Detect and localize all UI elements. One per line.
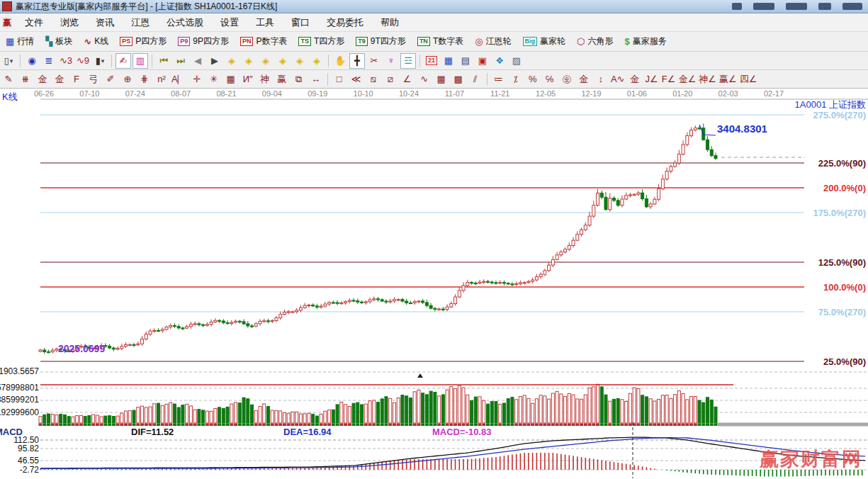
restore-diamond-icon[interactable]: ◈ (309, 53, 325, 69)
updown-pencil-icon[interactable]: ↕ (593, 72, 609, 87)
a-wave-icon[interactable]: A∿ (610, 72, 626, 87)
p9-square-button[interactable]: P99P四方形 (172, 35, 235, 47)
gold-line-icon[interactable]: 金 (576, 72, 592, 87)
wave-3-icon[interactable]: ∿3 (58, 53, 74, 69)
calculator-icon[interactable]: ▦ (441, 53, 456, 69)
ying-grid-icon[interactable]: 赢 (274, 72, 290, 87)
save-icon[interactable]: ▣ (475, 53, 490, 69)
diag-box-icon[interactable]: ⧄ (383, 72, 398, 87)
menu-item-工具[interactable]: 工具 (247, 14, 283, 31)
gold-comb-1-icon[interactable]: 金 (35, 72, 50, 87)
last-bar-icon[interactable]: ⏭ (173, 53, 188, 69)
titlebar-link-icon[interactable] (786, 3, 807, 10)
web-grid-icon[interactable]: ▦ (223, 72, 239, 87)
gann-wheel-button[interactable]: ◎江恩轮 (469, 35, 517, 47)
shen-angle-icon[interactable]: 神∠ (698, 72, 717, 87)
p-number-button[interactable]: PNP数字表 (235, 35, 293, 47)
quote-list-icon[interactable]: ≣ (41, 53, 57, 69)
winner-service-button[interactable]: $赢家服务 (619, 35, 672, 47)
calendar-icon[interactable]: 21 (424, 53, 439, 69)
candle-style-dropdown-icon[interactable]: ▮ (92, 53, 108, 69)
width-arrow-icon[interactable]: ↔ (308, 72, 324, 87)
compass-circle-icon[interactable]: ⊕ (120, 72, 135, 87)
network-icon[interactable]: ❖ (492, 53, 507, 69)
titlebar-link-icon[interactable] (732, 3, 742, 10)
scale-left-diamond-icon[interactable]: ◈ (224, 53, 239, 69)
titlebar-link-icon[interactable] (842, 3, 862, 10)
comb-ruler-icon[interactable]: ⧻ (18, 72, 33, 87)
titlebar-link-icon[interactable] (753, 3, 774, 10)
next-bar-icon[interactable]: ▶ (207, 53, 222, 69)
si-angle-icon[interactable]: 四∠ (739, 72, 758, 87)
yi-quote-icon[interactable]: И″ (240, 72, 256, 87)
gold-angle-icon[interactable]: 金∠ (678, 72, 697, 87)
angle-measure-icon[interactable]: ✂ (366, 53, 382, 69)
kline-button[interactable]: ∿K线 (78, 35, 114, 47)
box-frame-icon[interactable]: □ (332, 72, 347, 87)
quote-button[interactable]: ▦行情 (0, 35, 40, 47)
t-number-button[interactable]: TNT数字表 (412, 35, 469, 47)
angle-lines-icon[interactable]: ∠ (400, 72, 415, 87)
menu-item-浏览[interactable]: 浏览 (52, 14, 87, 31)
pencil-tool-icon[interactable]: ✎ (1, 72, 16, 87)
menu-item-交易委托[interactable]: 交易委托 (318, 14, 372, 31)
t-square-button[interactable]: TST四方形 (293, 35, 350, 47)
first-bar-icon[interactable]: ⏮ (156, 53, 171, 69)
menu-item-设置[interactable]: 设置 (212, 14, 247, 31)
crosshair-icon[interactable]: ╋ (349, 53, 365, 69)
shen-grid-icon[interactable]: 神 (257, 72, 273, 87)
zoom-in-diamond-icon[interactable]: ◈ (258, 53, 274, 69)
compress-diamond-icon[interactable]: ◈ (292, 53, 308, 69)
ruler-123-icon[interactable]: ⧉ (291, 72, 307, 87)
hexagon-button[interactable]: ⬡六角形 (571, 35, 619, 47)
percent-icon[interactable]: % (525, 72, 541, 87)
menu-item-资讯[interactable]: 资讯 (87, 14, 123, 31)
smart-analysis-icon[interactable]: ☲ (400, 53, 416, 69)
window-layout-icon[interactable]: ◉ (24, 53, 40, 69)
notepad-icon[interactable]: ▤ (458, 53, 473, 69)
menu-item-江恩[interactable]: 江恩 (123, 14, 158, 31)
p-square-button[interactable]: PSP四方形 (114, 35, 172, 47)
titlebar-links[interactable] (732, 3, 862, 10)
f-angle-icon[interactable]: F∠ (661, 72, 677, 87)
circle-cross-icon[interactable]: ✛ (189, 72, 205, 87)
f-comb-icon[interactable]: F (69, 72, 84, 87)
menu-item-文件[interactable]: 文件 (16, 14, 52, 31)
kline-style-dropdown-icon[interactable]: ▯ (1, 53, 16, 69)
titlebar-link-icon[interactable] (818, 3, 831, 10)
menu-item-帮助[interactable]: 帮助 (372, 14, 407, 31)
prev-bar-icon[interactable]: ◀ (190, 53, 205, 69)
percent-line-icon[interactable]: ⁒ (508, 72, 524, 87)
gong-comb-icon[interactable]: 弓 (86, 72, 101, 87)
gold-underline-icon[interactable]: 金 (627, 72, 643, 87)
sector-button[interactable]: ▚板块 (40, 35, 78, 47)
ying-angle-icon[interactable]: 赢∠ (718, 72, 738, 87)
level-list-icon[interactable]: ≔ (491, 72, 507, 87)
print-icon[interactable]: ▨ (509, 53, 524, 69)
kline-chart-canvas[interactable]: 06-2607-1007-2408-0708-2109-0409-1910-10… (0, 89, 868, 479)
zigzag-icon[interactable]: ∿ (417, 72, 432, 87)
zoom-out-diamond-icon[interactable]: ◈ (275, 53, 291, 69)
corner-rays-icon[interactable]: ≪ (349, 72, 364, 87)
winner-wheel-button[interactable]: Big赢家轮 (517, 35, 572, 47)
dynamic-draw-icon[interactable]: ✍ (115, 53, 131, 69)
j-angle-icon[interactable]: J∠ (644, 72, 660, 87)
t9-square-button[interactable]: T99T四方形 (350, 35, 412, 47)
hash-ruler-icon[interactable]: ⋕ (137, 72, 152, 87)
gold-comb-2-icon[interactable]: 金 (52, 72, 67, 87)
percent-ruler-icon[interactable]: ℅ (542, 72, 558, 87)
gann-tool-icon[interactable]: ♆ (383, 53, 399, 69)
menu-item-公式选股[interactable]: 公式选股 (158, 14, 212, 31)
n-squared-icon[interactable]: n² (154, 72, 169, 87)
colored-chart-icon[interactable]: ▥ (133, 53, 148, 69)
a-divider-icon[interactable]: A⎸ (171, 72, 188, 87)
fan-box-icon[interactable]: ⧅ (366, 72, 381, 87)
scale-right-diamond-icon[interactable]: ◈ (241, 53, 257, 69)
gann-grid-icon[interactable]: ▦ (434, 72, 449, 87)
marker-pen-icon[interactable]: ✐ (103, 72, 118, 87)
star-web-icon[interactable]: ✳ (206, 72, 222, 87)
wave-9-icon[interactable]: ∿9 (75, 53, 91, 69)
gold-circle-icon[interactable]: ㊎ (559, 72, 575, 87)
gann-grid-2-icon[interactable]: ▩ (451, 72, 466, 87)
pan-hand-icon[interactable]: ✋ (332, 53, 348, 69)
